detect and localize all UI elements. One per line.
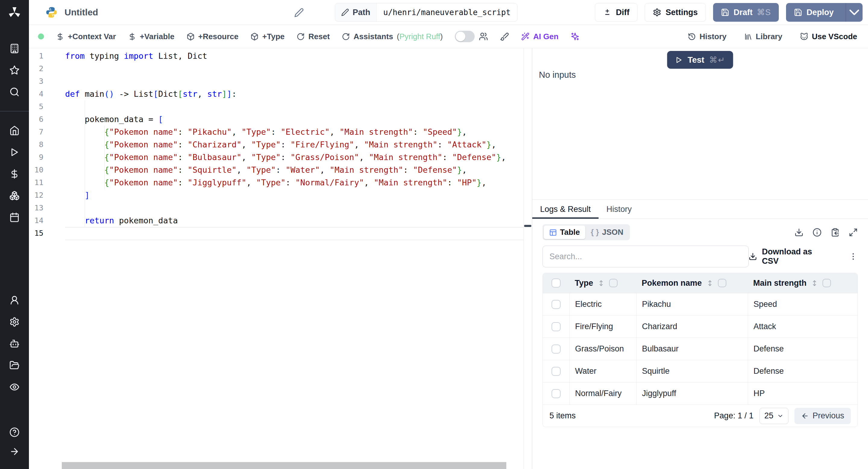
play-icon [675, 56, 683, 64]
sidebar-item-building-icon[interactable] [9, 43, 20, 54]
code-line-8[interactable]: 8 {"Pokemon name": "Charizard", "Type": … [29, 138, 524, 151]
page-indicator: Page: 1 / 1 [714, 411, 753, 420]
deploy-dropdown-chevron-icon[interactable] [846, 3, 863, 22]
table-icon [549, 228, 557, 236]
line-number: 13 [29, 201, 65, 214]
sidebar-item-search-icon[interactable] [9, 87, 20, 97]
reset-button[interactable]: Reset [297, 32, 330, 41]
sidebar-item-user-icon[interactable] [9, 295, 20, 305]
sidebar-divider [0, 111, 29, 112]
sort-icon[interactable] [811, 279, 818, 287]
history-button[interactable]: History [688, 32, 727, 41]
table-cell: Squirtle [636, 360, 748, 382]
sidebar-item-dollar-icon[interactable] [9, 169, 20, 179]
tab-logs-result[interactable]: Logs & Result [532, 200, 598, 219]
deploy-main[interactable]: Deploy [786, 3, 841, 22]
sidebar-item-eye-icon[interactable] [9, 382, 20, 392]
search-input[interactable] [542, 246, 749, 268]
sidebar-item-folder-icon[interactable] [9, 360, 20, 370]
copy-to-clipboard-icon[interactable] [831, 228, 840, 237]
assistants-button[interactable]: Assistants (Pyright Ruff) [342, 32, 443, 41]
select-all-checkbox[interactable] [552, 279, 561, 287]
code-line-4[interactable]: 4def main() -> List[Dict[str, str]]: [29, 88, 524, 100]
column-toggle-checkbox[interactable] [718, 279, 726, 287]
row-checkbox[interactable] [552, 300, 561, 309]
sidebar-item-home-icon[interactable] [9, 125, 20, 136]
expand-icon[interactable] [849, 228, 858, 237]
download-result-icon[interactable] [795, 228, 804, 237]
format-brush-icon[interactable] [500, 32, 509, 41]
sort-icon[interactable] [597, 279, 605, 287]
draft-button[interactable]: Draft ⌘S [713, 3, 779, 22]
editor-horizontal-scrollbar[interactable] [62, 462, 506, 469]
sidebar-item-bot-icon[interactable] [9, 339, 20, 349]
toolbar-right: History Library Use VScode [688, 32, 857, 41]
sort-icon[interactable] [706, 279, 714, 287]
sidebar-item-star-icon[interactable] [9, 65, 20, 75]
info-icon[interactable] [812, 228, 822, 237]
row-checkbox[interactable] [552, 389, 561, 398]
code-line-13[interactable]: 13 [29, 201, 524, 214]
settings-button[interactable]: Settings [645, 3, 706, 22]
edit-summary-icon[interactable] [294, 8, 304, 18]
splitter-drag-handle[interactable] [524, 225, 531, 227]
code-line-12[interactable]: 12 ] [29, 189, 524, 201]
panel-splitter[interactable] [524, 48, 532, 469]
test-run-button[interactable]: Test ⌘↵ [667, 51, 733, 69]
path-value[interactable]: u/henri/maneuverable_script [377, 3, 518, 22]
tab-history[interactable]: History [598, 200, 640, 219]
ai-gen-button[interactable]: AI Gen [521, 32, 558, 41]
code-line-7[interactable]: 7 {"Pokemon name": "Pikachu", "Type": "E… [29, 126, 524, 138]
code-line-15[interactable]: 15 [29, 227, 524, 240]
sidebar-item-gear-icon[interactable] [9, 317, 20, 327]
column-toggle-checkbox[interactable] [609, 279, 618, 287]
code-line-9[interactable]: 9 {"Pokemon name": "Bulbasaur", "Type": … [29, 151, 524, 164]
windmill-logo[interactable] [0, 0, 29, 25]
row-checkbox[interactable] [552, 367, 561, 376]
view-json-button[interactable]: { }JSON [585, 225, 629, 239]
more-options-icon[interactable] [849, 252, 858, 261]
pagination: Page: 1 / 1 25 Previous [714, 408, 851, 424]
path-label: Path [335, 3, 377, 22]
path-input-group[interactable]: Path u/henri/maneuverable_script [335, 3, 518, 22]
code-editor[interactable]: 1from typing import List, Dict234def mai… [29, 48, 524, 469]
add-context-var-button[interactable]: +Context Var [56, 32, 116, 41]
row-checkbox[interactable] [552, 345, 561, 353]
multiplayer-toggle[interactable] [455, 31, 475, 42]
download-csv-button[interactable]: Download as CSV [749, 247, 831, 266]
table-row: Normal/FairyJigglypuffHP [543, 382, 858, 405]
sidebar-item-arrow-right-icon[interactable] [9, 446, 20, 457]
arrow-left-icon [801, 412, 809, 420]
row-checkbox[interactable] [552, 322, 561, 331]
sidebar-item-calendar-icon[interactable] [9, 212, 20, 222]
line-number: 4 [29, 88, 65, 100]
code-line-3[interactable]: 3 [29, 75, 524, 88]
result-tabs: Logs & ResultHistory [532, 200, 868, 219]
add-variable-button[interactable]: +Variable [128, 32, 175, 41]
page-size-select[interactable]: 25 [760, 408, 788, 424]
add-type-button[interactable]: +Type [250, 32, 284, 41]
line-number: 11 [29, 176, 65, 189]
code-line-14[interactable]: 14 return pokemon_data [29, 214, 524, 227]
header-actions: Diff Settings Draft ⌘S Deploy [595, 3, 868, 22]
sparkles-icon[interactable] [570, 32, 580, 41]
code-line-1[interactable]: 1from typing import List, Dict [29, 50, 524, 62]
sidebar-item-play-icon[interactable] [9, 147, 20, 157]
diff-button[interactable]: Diff [595, 3, 638, 22]
sidebar-item-boxes-icon[interactable] [9, 190, 20, 201]
code-line-6[interactable]: 6 pokemon_data = [ [29, 113, 524, 126]
code-line-2[interactable]: 2 [29, 62, 524, 75]
view-table-button[interactable]: Table [544, 225, 585, 239]
deploy-button[interactable]: Deploy [786, 3, 863, 22]
column-toggle-checkbox[interactable] [823, 279, 831, 287]
code-line-10[interactable]: 10 {"Pokemon name": "Squirtle", "Type": … [29, 164, 524, 176]
use-vscode-button[interactable]: Use VScode [800, 32, 857, 41]
sidebar-item-help-icon[interactable] [9, 427, 20, 437]
code-line-5[interactable]: 5 [29, 100, 524, 113]
library-button[interactable]: Library [744, 32, 782, 41]
previous-page-button[interactable]: Previous [795, 408, 851, 424]
package-icon [250, 33, 258, 41]
code-line-11[interactable]: 11 {"Pokemon name": "Jigglypuff", "Type"… [29, 176, 524, 189]
select-all-cell [543, 279, 569, 287]
add-resource-button[interactable]: +Resource [187, 32, 239, 41]
